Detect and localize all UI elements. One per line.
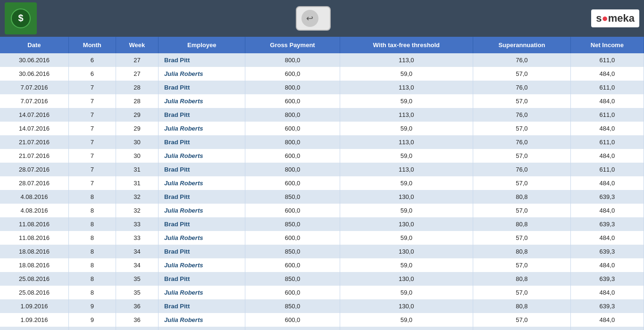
employee-name: Julia Roberts <box>159 94 245 108</box>
cell-6: 57,0 <box>473 231 571 245</box>
cell-1: 8 <box>68 204 116 217</box>
cell-5: 130,0 <box>340 245 473 258</box>
table-row: 18.08.2016834Brad Pitt850,0130,080,8639,… <box>0 245 644 258</box>
table-row: 8.09.2016937Brad Pitt850,0130,080,8639,3 <box>0 327 644 330</box>
cell-6: 80,8 <box>473 299 571 313</box>
col-header-employee: Employee <box>159 37 245 53</box>
employee-name: Julia Roberts <box>159 67 245 81</box>
cell-1: 8 <box>68 286 116 299</box>
cell-2: 32 <box>116 204 158 217</box>
employee-name: Julia Roberts <box>159 258 245 272</box>
table-row: 4.08.2016832Brad Pitt850,0130,080,8639,3 <box>0 190 644 204</box>
cell-4: 600,0 <box>245 94 340 108</box>
cell-5: 130,0 <box>340 190 473 204</box>
table-row: 14.07.2016729Julia Roberts600,059,057,04… <box>0 122 644 135</box>
cell-4: 600,0 <box>245 176 340 190</box>
cell-0: 1.09.2016 <box>0 299 68 313</box>
cell-2: 37 <box>116 327 158 330</box>
cell-0: 30.06.2016 <box>0 67 68 81</box>
cell-0: 8.09.2016 <box>0 327 68 330</box>
cell-4: 850,0 <box>245 299 340 313</box>
cell-6: 57,0 <box>473 258 571 272</box>
data-table-container[interactable]: DateMonthWeekEmployeeGross PaymentWith t… <box>0 37 644 330</box>
cell-6: 57,0 <box>473 176 571 190</box>
cell-0: 28.07.2016 <box>0 163 68 176</box>
cell-0: 18.08.2016 <box>0 245 68 258</box>
cell-7: 611,0 <box>570 53 644 67</box>
cell-1: 6 <box>68 53 116 67</box>
cell-1: 9 <box>68 313 116 327</box>
back-to-menu-button[interactable]: ↩ <box>296 6 331 31</box>
cell-7: 611,0 <box>570 81 644 94</box>
table-row: 21.07.2016730Julia Roberts600,059,057,04… <box>0 149 644 163</box>
col-header-gross-payment: Gross Payment <box>245 37 340 53</box>
cell-6: 80,8 <box>473 272 571 286</box>
cell-2: 32 <box>116 190 158 204</box>
table-row: 1.09.2016936Brad Pitt850,0130,080,8639,3 <box>0 299 644 313</box>
table-header-row: DateMonthWeekEmployeeGross PaymentWith t… <box>0 37 644 53</box>
table-row: 7.07.2016728Julia Roberts600,059,057,048… <box>0 94 644 108</box>
cell-6: 76,0 <box>473 53 571 67</box>
cell-6: 57,0 <box>473 67 571 81</box>
cell-1: 7 <box>68 149 116 163</box>
employee-name: Julia Roberts <box>159 149 245 163</box>
cell-1: 8 <box>68 217 116 231</box>
cell-7: 484,0 <box>570 286 644 299</box>
cell-1: 7 <box>68 81 116 94</box>
employee-name: Brad Pitt <box>159 217 245 231</box>
col-header-month: Month <box>68 37 116 53</box>
cell-4: 800,0 <box>245 81 340 94</box>
someka-brand: s●meka <box>596 12 635 25</box>
cell-7: 611,0 <box>570 135 644 149</box>
table-row: 28.07.2016731Julia Roberts600,059,057,04… <box>0 176 644 190</box>
cell-6: 80,8 <box>473 327 571 330</box>
employee-name: Brad Pitt <box>159 299 245 313</box>
cell-5: 113,0 <box>340 163 473 176</box>
cell-4: 850,0 <box>245 272 340 286</box>
app-logo: $ <box>5 2 37 34</box>
cell-0: 28.07.2016 <box>0 176 68 190</box>
cell-5: 59,0 <box>340 176 473 190</box>
cell-6: 76,0 <box>473 163 571 176</box>
employee-name: Julia Roberts <box>159 176 245 190</box>
cell-1: 9 <box>68 327 116 330</box>
employee-name: Julia Roberts <box>159 122 245 135</box>
employee-name: Julia Roberts <box>159 313 245 327</box>
cell-1: 7 <box>68 163 116 176</box>
table-row: 4.08.2016832Julia Roberts600,059,057,048… <box>0 204 644 217</box>
cell-0: 11.08.2016 <box>0 231 68 245</box>
cell-0: 21.07.2016 <box>0 149 68 163</box>
cell-7: 484,0 <box>570 258 644 272</box>
employee-name: Brad Pitt <box>159 272 245 286</box>
table-row: 1.09.2016936Julia Roberts600,059,057,048… <box>0 313 644 327</box>
cell-2: 28 <box>116 81 158 94</box>
cell-0: 14.07.2016 <box>0 122 68 135</box>
cell-4: 850,0 <box>245 217 340 231</box>
table-row: 7.07.2016728Brad Pitt800,0113,076,0611,0 <box>0 81 644 94</box>
cell-6: 57,0 <box>473 313 571 327</box>
table-row: 11.08.2016833Brad Pitt850,0130,080,8639,… <box>0 217 644 231</box>
cell-6: 57,0 <box>473 122 571 135</box>
cell-7: 484,0 <box>570 122 644 135</box>
employee-name: Brad Pitt <box>159 53 245 67</box>
cell-1: 7 <box>68 122 116 135</box>
cell-6: 76,0 <box>473 108 571 122</box>
cell-0: 14.07.2016 <box>0 108 68 122</box>
cell-4: 800,0 <box>245 163 340 176</box>
cell-2: 30 <box>116 149 158 163</box>
cell-5: 130,0 <box>340 272 473 286</box>
cell-7: 484,0 <box>570 204 644 217</box>
cell-5: 130,0 <box>340 327 473 330</box>
cell-7: 639,3 <box>570 245 644 258</box>
cell-2: 27 <box>116 67 158 81</box>
cell-2: 27 <box>116 53 158 67</box>
cell-6: 57,0 <box>473 149 571 163</box>
cell-2: 29 <box>116 108 158 122</box>
cell-7: 639,3 <box>570 299 644 313</box>
cell-0: 21.07.2016 <box>0 135 68 149</box>
cell-0: 4.08.2016 <box>0 190 68 204</box>
employee-name: Brad Pitt <box>159 108 245 122</box>
logo-icon: $ <box>10 8 31 29</box>
cell-1: 8 <box>68 190 116 204</box>
app-header: $ ↩ s●meka <box>0 0 644 37</box>
